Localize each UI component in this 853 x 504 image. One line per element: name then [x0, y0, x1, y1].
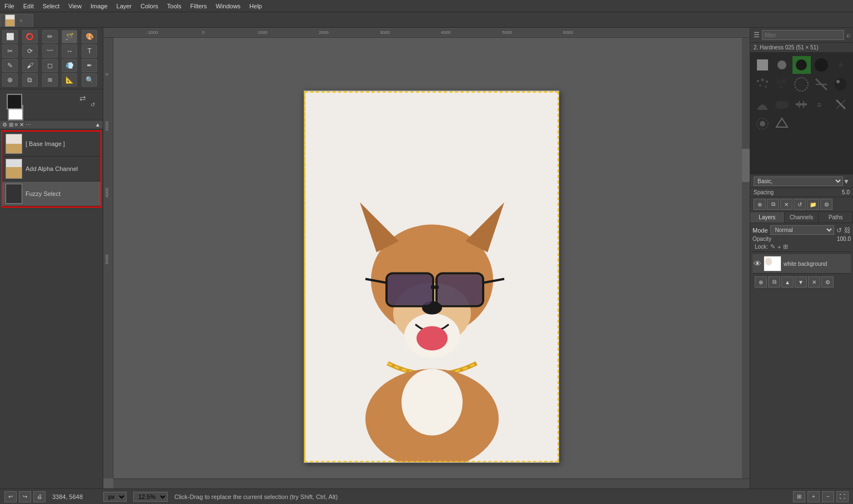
mode-reset-icon[interactable]: ↺: [836, 226, 842, 234]
tool-eraser[interactable]: ◻: [42, 59, 58, 72]
svg-text:4000: 4000: [441, 30, 451, 35]
brush-action-settings[interactable]: ⚙: [820, 199, 832, 210]
svg-rect-32: [757, 59, 768, 70]
tool-paintbrush[interactable]: 🖌: [22, 59, 38, 72]
tool-ellipse-select[interactable]: ⭕: [22, 30, 38, 43]
tab-dog-image[interactable]: ×: [0, 14, 33, 27]
tool-airbrush[interactable]: 💨: [62, 59, 77, 72]
swap-colors-icon[interactable]: ⇄: [79, 94, 86, 103]
redo-button[interactable]: ↪: [19, 491, 31, 502]
menu-help[interactable]: Help: [245, 2, 267, 11]
brush-swatch-9[interactable]: [754, 95, 771, 113]
menu-view[interactable]: View: [64, 2, 86, 11]
brush-swatch-2[interactable]: [812, 56, 830, 74]
brush-action-new[interactable]: ⊕: [754, 199, 766, 210]
menu-image[interactable]: Image: [86, 2, 112, 11]
tool-free-select[interactable]: ✏: [42, 30, 58, 43]
reset-colors-icon[interactable]: ↺: [91, 102, 95, 108]
menu-layer[interactable]: Layer: [112, 2, 137, 11]
menu-select[interactable]: Select: [38, 2, 64, 11]
tool-clone[interactable]: ⧉: [22, 73, 38, 87]
tab-layers[interactable]: Layers: [750, 212, 785, 223]
statusbar-zoom-select[interactable]: 12.5%: [133, 492, 168, 502]
tool-flip[interactable]: ↔: [62, 44, 77, 58]
brush-swatch-13[interactable]: [832, 95, 850, 113]
tab-channels[interactable]: Channels: [785, 212, 819, 223]
brush-action-copy[interactable]: ⧉: [767, 199, 779, 210]
history-item-base[interactable]: [ Base Image ]: [2, 132, 101, 157]
layer-item-white-bg[interactable]: 👁 white background: [752, 254, 851, 274]
canvas-scroll-area[interactable]: [113, 38, 750, 478]
menu-tools[interactable]: Tools: [163, 2, 186, 11]
brush-filter-input[interactable]: [762, 30, 844, 40]
layer-visibility-icon[interactable]: 👁: [754, 259, 761, 268]
layer-action-new[interactable]: ⊕: [755, 276, 767, 288]
tool-smudge[interactable]: ≋: [42, 73, 58, 87]
tool-crop[interactable]: ✂: [2, 44, 18, 58]
tool-warp[interactable]: 〰: [42, 44, 58, 58]
statusbar-unit-select[interactable]: px: [103, 492, 127, 502]
brush-action-row: ⊕ ⧉ ✕ ↺ 📁 ⚙: [750, 197, 853, 212]
tool-pencil[interactable]: ✎: [2, 59, 18, 72]
layer-action-up[interactable]: ▲: [781, 276, 794, 288]
script-panel-expand[interactable]: ▲: [95, 122, 101, 128]
tool-zoom[interactable]: 🔍: [82, 73, 97, 87]
lock-pixels-button[interactable]: ✎: [770, 243, 775, 250]
brush-action-delete[interactable]: ✕: [780, 199, 792, 210]
menu-windows[interactable]: Windows: [211, 2, 245, 11]
tool-text[interactable]: T: [82, 44, 97, 58]
brush-swatch-14[interactable]: [754, 115, 771, 133]
foreground-color-swatch[interactable]: [7, 94, 22, 109]
mode-chain-icon[interactable]: ⛓: [844, 226, 851, 234]
brush-swatch-8[interactable]: [832, 75, 850, 93]
statusbar-grid-icon[interactable]: ⊞: [793, 491, 805, 502]
brush-action-folder[interactable]: 📁: [807, 199, 819, 210]
tool-ink[interactable]: ✒: [82, 59, 97, 72]
lock-position-button[interactable]: ⊞: [783, 243, 788, 250]
layer-action-settings[interactable]: ⚙: [821, 276, 834, 288]
layer-action-delete[interactable]: ✕: [808, 276, 820, 288]
menu-filters[interactable]: Filters: [186, 2, 212, 11]
scrollbar-right[interactable]: [742, 38, 750, 478]
brush-swatch-3[interactable]: ★: [832, 56, 850, 74]
history-label-fuzzy: Fuzzy Select: [26, 190, 61, 197]
brush-swatch-6[interactable]: [792, 75, 810, 93]
brush-swatch-5[interactable]: [773, 75, 791, 93]
brush-swatch-7[interactable]: [812, 75, 830, 93]
tool-select-color[interactable]: 🎨: [82, 30, 97, 43]
tab-paths[interactable]: Paths: [819, 212, 853, 223]
brush-swatch-0[interactable]: [754, 56, 771, 74]
tool-transform[interactable]: ⟳: [22, 44, 38, 58]
print-button[interactable]: 🖨: [33, 491, 46, 502]
undo-button[interactable]: ↩: [4, 491, 17, 502]
tab-close-icon[interactable]: ×: [19, 18, 23, 24]
tool-fuzzy-select[interactable]: 🪄: [62, 30, 77, 43]
history-item-alpha[interactable]: Add Alpha Channel: [2, 157, 101, 182]
preset-expand-icon[interactable]: ▼: [843, 178, 850, 185]
layer-action-copy[interactable]: ⧉: [768, 276, 780, 288]
brush-swatch-4[interactable]: [754, 75, 771, 93]
statusbar-fullscreen-icon[interactable]: ⛶: [836, 491, 849, 502]
lock-alpha-button[interactable]: +: [777, 244, 781, 250]
brush-swatch-selected[interactable]: [792, 56, 810, 74]
brush-swatch-15[interactable]: [773, 115, 791, 133]
brush-swatch-12[interactable]: ≡: [812, 95, 830, 113]
tool-rect-select[interactable]: ⬜: [2, 30, 18, 43]
brush-preset-select[interactable]: Basic,: [754, 177, 843, 186]
menu-edit[interactable]: Edit: [19, 2, 38, 11]
layer-action-down[interactable]: ▼: [795, 276, 807, 288]
tool-heal[interactable]: ⊕: [2, 73, 18, 87]
brush-action-refresh[interactable]: ↺: [794, 199, 806, 210]
history-item-fuzzy[interactable]: Fuzzy Select: [2, 182, 101, 206]
mode-select[interactable]: Normal: [770, 225, 834, 235]
brush-swatch-10[interactable]: [773, 95, 791, 113]
svg-text:5000: 5000: [502, 30, 512, 35]
menu-file[interactable]: File: [0, 2, 19, 11]
tool-measure[interactable]: 📐: [62, 73, 77, 87]
brush-swatch-1[interactable]: [773, 56, 791, 74]
brush-swatch-11[interactable]: [792, 95, 810, 113]
history-thumb-alpha: [6, 159, 22, 179]
statusbar-zoom-out-icon[interactable]: −: [822, 491, 834, 502]
statusbar-zoom-in-icon[interactable]: +: [807, 491, 820, 502]
menu-colors[interactable]: Colors: [136, 2, 163, 11]
